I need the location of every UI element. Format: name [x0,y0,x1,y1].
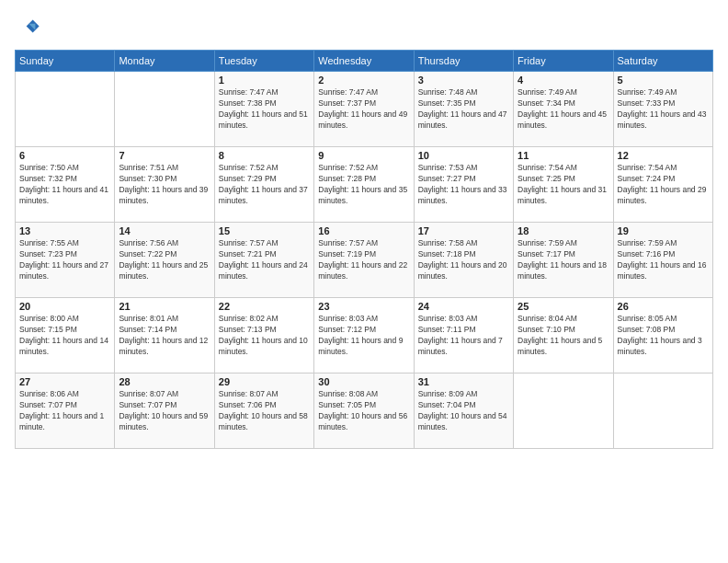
day-info: Sunrise: 7:56 AMSunset: 7:22 PMDaylight:… [119,238,210,282]
calendar-cell: 1Sunrise: 7:47 AMSunset: 7:38 PMDaylight… [214,72,313,147]
day-info: Sunrise: 7:58 AMSunset: 7:18 PMDaylight:… [418,238,509,282]
day-info: Sunrise: 8:04 AMSunset: 7:10 PMDaylight:… [518,314,609,358]
day-number: 22 [219,301,310,312]
day-info: Sunrise: 7:51 AMSunset: 7:30 PMDaylight:… [119,163,210,207]
day-number: 29 [219,376,310,387]
calendar-week-5: 27Sunrise: 8:06 AMSunset: 7:07 PMDayligh… [16,373,713,449]
calendar-header: SundayMondayTuesdayWednesdayThursdayFrid… [16,51,713,72]
day-info: Sunrise: 8:06 AMSunset: 7:07 PMDaylight:… [19,389,110,433]
day-info: Sunrise: 8:03 AMSunset: 7:11 PMDaylight:… [418,314,509,358]
day-info: Sunrise: 8:05 AMSunset: 7:08 PMDaylight:… [618,314,709,358]
calendar-cell: 23Sunrise: 8:03 AMSunset: 7:12 PMDayligh… [314,298,414,373]
weekday-header-row: SundayMondayTuesdayWednesdayThursdayFrid… [16,51,713,72]
calendar-week-3: 13Sunrise: 7:55 AMSunset: 7:23 PMDayligh… [16,223,713,298]
weekday-header-saturday: Saturday [613,51,712,72]
day-info: Sunrise: 7:57 AMSunset: 7:19 PMDaylight:… [318,238,409,282]
calendar-cell: 24Sunrise: 8:03 AMSunset: 7:11 PMDayligh… [414,298,513,373]
day-info: Sunrise: 8:08 AMSunset: 7:05 PMDaylight:… [318,389,409,433]
calendar-cell: 25Sunrise: 8:04 AMSunset: 7:10 PMDayligh… [514,298,613,373]
calendar-cell: 4Sunrise: 7:49 AMSunset: 7:34 PMDaylight… [514,72,613,147]
day-number: 1 [219,75,310,86]
day-info: Sunrise: 8:01 AMSunset: 7:14 PMDaylight:… [119,314,210,358]
header [15,15,713,40]
weekday-header-monday: Monday [115,51,214,72]
calendar-container: SundayMondayTuesdayWednesdayThursdayFrid… [0,0,728,563]
weekday-header-wednesday: Wednesday [314,51,414,72]
day-info: Sunrise: 8:00 AMSunset: 7:15 PMDaylight:… [19,314,110,358]
weekday-header-thursday: Thursday [414,51,513,72]
calendar-cell: 16Sunrise: 7:57 AMSunset: 7:19 PMDayligh… [314,223,414,298]
day-info: Sunrise: 7:50 AMSunset: 7:32 PMDaylight:… [19,163,110,207]
day-number: 14 [119,225,210,236]
calendar-week-2: 6Sunrise: 7:50 AMSunset: 7:32 PMDaylight… [16,147,713,223]
day-number: 16 [318,225,409,236]
day-number: 30 [318,376,409,387]
calendar-cell: 11Sunrise: 7:54 AMSunset: 7:25 PMDayligh… [514,147,613,223]
day-number: 25 [518,301,609,312]
calendar-cell: 10Sunrise: 7:53 AMSunset: 7:27 PMDayligh… [414,147,513,223]
calendar-week-4: 20Sunrise: 8:00 AMSunset: 7:15 PMDayligh… [16,298,713,373]
calendar-cell [16,72,115,147]
calendar-cell: 31Sunrise: 8:09 AMSunset: 7:04 PMDayligh… [414,373,513,449]
calendar-week-1: 1Sunrise: 7:47 AMSunset: 7:38 PMDaylight… [16,72,713,147]
day-info: Sunrise: 7:55 AMSunset: 7:23 PMDaylight:… [19,238,110,282]
calendar-cell: 6Sunrise: 7:50 AMSunset: 7:32 PMDaylight… [16,147,115,223]
day-number: 3 [418,75,509,86]
calendar-cell: 5Sunrise: 7:49 AMSunset: 7:33 PMDaylight… [613,72,712,147]
day-info: Sunrise: 7:52 AMSunset: 7:29 PMDaylight:… [219,163,310,207]
day-info: Sunrise: 7:47 AMSunset: 7:37 PMDaylight:… [318,87,409,132]
calendar-cell [514,373,613,449]
day-number: 10 [418,150,509,161]
day-info: Sunrise: 7:49 AMSunset: 7:34 PMDaylight:… [518,87,609,132]
day-number: 11 [518,150,609,161]
calendar-cell: 3Sunrise: 7:48 AMSunset: 7:35 PMDaylight… [414,72,513,147]
day-info: Sunrise: 8:07 AMSunset: 7:06 PMDaylight:… [219,389,310,433]
day-number: 18 [518,225,609,236]
calendar-cell: 8Sunrise: 7:52 AMSunset: 7:29 PMDaylight… [214,147,313,223]
day-info: Sunrise: 7:48 AMSunset: 7:35 PMDaylight:… [418,87,509,132]
day-info: Sunrise: 7:57 AMSunset: 7:21 PMDaylight:… [219,238,310,282]
day-info: Sunrise: 7:49 AMSunset: 7:33 PMDaylight:… [618,87,709,132]
day-number: 19 [618,225,709,236]
calendar-table: SundayMondayTuesdayWednesdayThursdayFrid… [15,50,713,449]
day-info: Sunrise: 8:03 AMSunset: 7:12 PMDaylight:… [318,314,409,358]
day-info: Sunrise: 8:09 AMSunset: 7:04 PMDaylight:… [418,389,509,433]
day-number: 21 [119,301,210,312]
weekday-header-sunday: Sunday [16,51,115,72]
calendar-cell [613,373,712,449]
calendar-cell: 27Sunrise: 8:06 AMSunset: 7:07 PMDayligh… [16,373,115,449]
calendar-cell: 9Sunrise: 7:52 AMSunset: 7:28 PMDaylight… [314,147,414,223]
day-number: 15 [219,225,310,236]
calendar-cell: 19Sunrise: 7:59 AMSunset: 7:16 PMDayligh… [613,223,712,298]
calendar-cell: 29Sunrise: 8:07 AMSunset: 7:06 PMDayligh… [214,373,313,449]
day-number: 20 [19,301,110,312]
day-number: 9 [318,150,409,161]
day-info: Sunrise: 7:53 AMSunset: 7:27 PMDaylight:… [418,163,509,207]
day-info: Sunrise: 8:07 AMSunset: 7:07 PMDaylight:… [119,389,210,433]
calendar-cell: 12Sunrise: 7:54 AMSunset: 7:24 PMDayligh… [613,147,712,223]
calendar-cell: 20Sunrise: 8:00 AMSunset: 7:15 PMDayligh… [16,298,115,373]
day-number: 4 [518,75,609,86]
day-number: 17 [418,225,509,236]
day-number: 5 [618,75,709,86]
calendar-cell: 30Sunrise: 8:08 AMSunset: 7:05 PMDayligh… [314,373,414,449]
day-number: 12 [618,150,709,161]
day-info: Sunrise: 7:47 AMSunset: 7:38 PMDaylight:… [219,87,310,132]
day-info: Sunrise: 7:52 AMSunset: 7:28 PMDaylight:… [318,163,409,207]
day-number: 13 [19,225,110,236]
day-info: Sunrise: 7:54 AMSunset: 7:24 PMDaylight:… [618,163,709,207]
day-info: Sunrise: 8:02 AMSunset: 7:13 PMDaylight:… [219,314,310,358]
day-number: 24 [418,301,509,312]
calendar-body: 1Sunrise: 7:47 AMSunset: 7:38 PMDaylight… [16,72,713,449]
calendar-cell: 13Sunrise: 7:55 AMSunset: 7:23 PMDayligh… [16,223,115,298]
calendar-cell: 17Sunrise: 7:58 AMSunset: 7:18 PMDayligh… [414,223,513,298]
day-number: 6 [19,150,110,161]
day-number: 28 [119,376,210,387]
calendar-cell: 21Sunrise: 8:01 AMSunset: 7:14 PMDayligh… [115,298,214,373]
day-info: Sunrise: 7:54 AMSunset: 7:25 PMDaylight:… [518,163,609,207]
day-number: 26 [618,301,709,312]
day-number: 23 [318,301,409,312]
calendar-cell: 2Sunrise: 7:47 AMSunset: 7:37 PMDaylight… [314,72,414,147]
day-info: Sunrise: 7:59 AMSunset: 7:17 PMDaylight:… [518,238,609,282]
logo [15,15,44,40]
